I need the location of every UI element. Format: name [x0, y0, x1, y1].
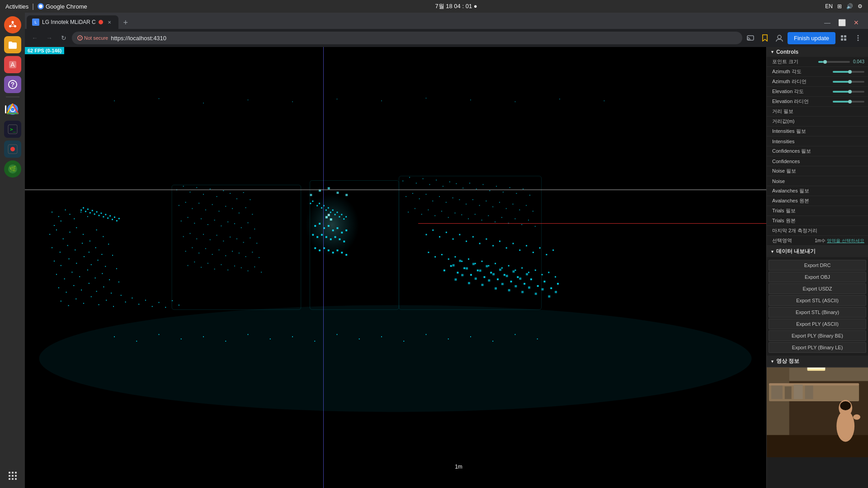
azimuth-rad-slider[interactable]	[833, 81, 864, 83]
svg-rect-341	[208, 263, 208, 264]
svg-rect-257	[537, 338, 538, 339]
svg-rect-48	[58, 216, 59, 217]
azimuth-angle-slider-container[interactable]	[833, 71, 864, 73]
svg-rect-359	[462, 188, 463, 188]
elevation-angle-slider[interactable]	[833, 91, 864, 93]
settings-icon[interactable]: ⚙	[858, 3, 863, 9]
taskbar-apps-grid-icon[interactable]	[4, 467, 21, 484]
svg-rect-222	[457, 272, 458, 273]
svg-rect-281	[196, 187, 197, 188]
tab-favicon: L	[32, 19, 39, 26]
svg-rect-443	[769, 383, 859, 385]
svg-rect-59	[69, 232, 70, 233]
export-ply-ascii-button[interactable]: Export PLY (ASCII)	[769, 319, 866, 329]
taskbar-software-icon[interactable]: A	[4, 56, 21, 73]
ubuntu-launcher-icon[interactable]	[4, 16, 21, 33]
taskbar-recorder-icon[interactable]	[4, 141, 21, 158]
svg-rect-268	[336, 99, 337, 99]
svg-rect-416	[486, 265, 488, 267]
profile-icon[interactable]	[773, 32, 786, 44]
tab-recording-dot	[99, 20, 103, 24]
export-ply-binary-le-button[interactable]: Export PLY (Binary LE)	[769, 342, 866, 353]
svg-rect-255	[492, 341, 493, 342]
lang-indicator[interactable]: EN	[825, 3, 833, 9]
svg-rect-53	[74, 218, 75, 219]
address-bar[interactable]: Not secure https://localhost:4310	[72, 32, 742, 44]
chrome-indicator[interactable]: Google Chrome	[38, 3, 87, 10]
svg-rect-369	[529, 195, 530, 196]
new-tab-button[interactable]: +	[119, 16, 132, 29]
minimize-window-button[interactable]: —	[821, 16, 834, 29]
svg-rect-111	[132, 298, 132, 299]
export-drc-button[interactable]: Export DRC	[769, 260, 866, 271]
forward-button[interactable]: →	[43, 32, 56, 44]
azimuth-angle-slider[interactable]	[833, 71, 864, 73]
maximize-window-button[interactable]: ⬜	[835, 16, 848, 29]
svg-rect-238	[114, 336, 115, 337]
cast-icon[interactable]	[744, 32, 757, 44]
taskbar-chrome-icon[interactable]	[4, 101, 21, 118]
point-size-slider-container[interactable]: 0.043	[818, 59, 864, 64]
svg-rect-237	[557, 283, 559, 285]
svg-rect-390	[408, 211, 409, 212]
svg-rect-120	[83, 207, 84, 209]
video-chevron-icon: ▼	[770, 359, 774, 364]
svg-rect-23	[9, 472, 10, 474]
svg-rect-40	[844, 38, 846, 41]
svg-rect-315	[189, 233, 190, 234]
elevation-angle-slider-container[interactable]	[833, 91, 864, 93]
svg-rect-253	[448, 338, 449, 339]
svg-rect-105	[91, 296, 92, 297]
svg-rect-426	[475, 277, 477, 280]
svg-rect-311	[241, 227, 242, 228]
controls-section-header[interactable]: ▼ Controls	[767, 47, 868, 57]
svg-rect-91	[116, 268, 117, 269]
point-size-slider[interactable]	[818, 61, 850, 63]
svg-rect-273	[559, 99, 560, 99]
lidar-viewport[interactable]: 62 FPS (0-146) 62ms (approx) 1m	[25, 47, 766, 488]
svg-rect-52	[69, 214, 70, 215]
svg-rect-297	[225, 206, 226, 207]
browser-tab[interactable]: L LG Innotek MLiDAR C ✕	[27, 15, 118, 29]
azimuth-rad-slider-container[interactable]	[833, 81, 864, 83]
svg-rect-201	[434, 256, 436, 258]
taskbar-files-icon[interactable]	[4, 36, 21, 53]
azimuth-angle-slider-thumb	[848, 70, 852, 74]
export-obj-button[interactable]: Export OBJ	[769, 272, 866, 282]
fps-counter: 62 FPS (0-146)	[25, 47, 64, 54]
chrome-menu-button[interactable]	[852, 32, 864, 44]
export-stl-ascii-button[interactable]: Export STL (ASCII)	[769, 295, 866, 306]
elevation-rad-slider-container[interactable]	[833, 101, 864, 103]
svg-rect-94	[73, 285, 74, 286]
taskbar-terminal-icon[interactable]: >_	[4, 121, 21, 138]
bookmark-icon[interactable]	[759, 32, 771, 44]
svg-rect-375	[439, 196, 440, 197]
extensions-icon[interactable]	[837, 32, 850, 44]
svg-rect-313	[254, 229, 255, 230]
svg-rect-438	[555, 291, 557, 293]
video-section-header[interactable]: ▼ 영상 정보	[767, 356, 868, 367]
finish-update-button[interactable]: Finish update	[788, 32, 835, 44]
close-window-button[interactable]: ✕	[850, 16, 863, 29]
point-size-slider-fill	[818, 61, 823, 63]
taskbar-help-icon[interactable]: ?	[4, 76, 21, 93]
export-usdz-button[interactable]: Export USDZ	[769, 283, 866, 294]
svg-text:A: A	[10, 61, 15, 68]
tab-close-button[interactable]: ✕	[106, 19, 113, 26]
center-line-horizontal	[25, 189, 766, 190]
taskbar-photos-icon[interactable]: 🌿	[4, 160, 21, 178]
elevation-rad-slider[interactable]	[833, 101, 864, 103]
svg-rect-433	[521, 291, 524, 293]
back-button[interactable]: ←	[28, 32, 41, 44]
export-stl-binary-button[interactable]: Export STL (Binary)	[769, 307, 866, 318]
selection-link[interactable]: 영역을 선택하세요	[827, 238, 864, 244]
activities-button[interactable]: Activities	[5, 3, 28, 10]
svg-rect-100	[118, 282, 119, 282]
export-section-header[interactable]: ▼ 데이터 내보내기	[767, 246, 868, 257]
svg-rect-406	[514, 218, 515, 219]
elevation-angle-label: Elevation 각도	[772, 88, 833, 95]
reload-button[interactable]: ↻	[57, 32, 70, 44]
svg-rect-108	[113, 306, 114, 307]
export-ply-binary-be-button[interactable]: Export PLY (Binary BE)	[769, 330, 866, 341]
svg-rect-267	[292, 101, 293, 102]
